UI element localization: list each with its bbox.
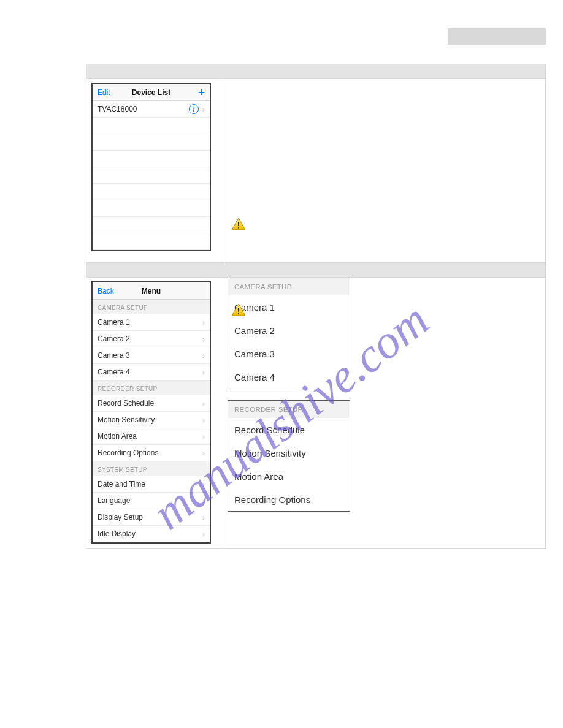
menu-item-label: Motion Sensitivity: [98, 415, 155, 424]
menu-excerpt-panel: CAMERA SETUPCamera 1Camera 2Camera 3Came…: [228, 278, 350, 389]
menu-item-label: Camera 1: [98, 318, 130, 327]
device-list-blank-row: [93, 200, 210, 217]
panel-item: Camera 2: [228, 319, 350, 342]
menu-item[interactable]: Motion Sensitivity›: [93, 412, 210, 428]
chevron-right-icon: ›: [202, 432, 205, 441]
panel-header: RECORDER SETUP: [228, 401, 350, 418]
panel-header: CAMERA SETUP: [228, 278, 350, 295]
menu-item-label: Date and Time: [98, 480, 145, 488]
menu-item-label: Camera 4: [98, 368, 130, 376]
menu-navbar: Back Menu: [93, 282, 210, 300]
svg-rect-0: [238, 222, 239, 226]
menu-item-label: Camera 3: [98, 351, 130, 360]
menu-item-label: Idle Display: [98, 529, 136, 538]
menu-item[interactable]: Camera 1›: [93, 314, 210, 331]
chevron-right-icon: ›: [202, 399, 205, 408]
section1-right-cell: [221, 79, 545, 263]
section-header: RECORDER SETUP: [93, 381, 210, 395]
chevron-right-icon: ›: [202, 496, 205, 506]
ios-device-list-screen: Edit Device List + TVAC18000i›: [91, 83, 211, 251]
panel-item: Camera 3: [228, 342, 350, 365]
section-band: [86, 263, 546, 278]
add-device-button[interactable]: +: [180, 87, 205, 98]
device-list-blank-row: [93, 151, 210, 167]
chevron-right-icon: ›: [202, 480, 205, 489]
device-list-title: Device List: [122, 88, 180, 97]
section-header: CAMERA SETUP: [93, 300, 210, 314]
svg-rect-3: [238, 313, 239, 314]
menu-item[interactable]: Idle Display›: [93, 526, 210, 542]
section2-right-cell: CAMERA SETUPCamera 1Camera 2Camera 3Came…: [221, 278, 545, 549]
ios-menu-screen: Back Menu CAMERA SETUPCamera 1›Camera 2›…: [91, 281, 211, 544]
menu-item-label: Display Setup: [98, 513, 143, 521]
chevron-right-icon: ›: [202, 415, 205, 425]
page-header-gray-bar: [448, 28, 546, 45]
chevron-right-icon: ›: [202, 105, 205, 114]
back-button[interactable]: Back: [98, 287, 122, 295]
menu-excerpt-panel: RECORDER SETUPRecord ScheduleMotion Sens…: [228, 400, 350, 512]
device-list-blank-row: [93, 184, 210, 200]
menu-item[interactable]: Record Schedule›: [93, 395, 210, 412]
warning-icon: [231, 303, 246, 319]
panel-item: Motion Sensitivity: [228, 441, 350, 464]
section-header: SYSTEM SETUP: [93, 461, 210, 476]
menu-item[interactable]: Camera 2›: [93, 331, 210, 347]
menu-item-label: Recording Options: [98, 449, 158, 457]
menu-item[interactable]: Display Setup›: [93, 509, 210, 526]
menu-item-label: Record Schedule: [98, 399, 154, 408]
menu-item[interactable]: Motion Area›: [93, 428, 210, 445]
device-list-blank-row: [93, 134, 210, 151]
device-list-row[interactable]: TVAC18000i›: [93, 101, 210, 118]
panel-item: Record Schedule: [228, 418, 350, 441]
device-list-blank-row: [93, 118, 210, 134]
chevron-right-icon: ›: [202, 368, 205, 377]
menu-item[interactable]: Recording Options›: [93, 445, 210, 461]
svg-rect-2: [238, 308, 239, 312]
menu-item[interactable]: Date and Time›: [93, 476, 210, 493]
warning-icon: [231, 218, 246, 233]
menu-item-label: Camera 2: [98, 335, 130, 343]
chevron-right-icon: ›: [202, 318, 205, 327]
chevron-right-icon: ›: [202, 529, 205, 539]
menu-title: Menu: [122, 287, 180, 295]
menu-item[interactable]: Camera 4›: [93, 364, 210, 381]
menu-item[interactable]: Language›: [93, 493, 210, 509]
menu-item[interactable]: Camera 3›: [93, 347, 210, 364]
panel-item: Motion Area: [228, 464, 350, 488]
edit-button[interactable]: Edit: [98, 88, 122, 97]
info-icon[interactable]: i: [189, 104, 199, 114]
section2-left-cell: Back Menu CAMERA SETUPCamera 1›Camera 2›…: [86, 278, 221, 549]
chevron-right-icon: ›: [202, 513, 205, 522]
panel-item: Camera 4: [228, 365, 350, 389]
svg-rect-1: [238, 227, 239, 229]
chevron-right-icon: ›: [202, 335, 205, 344]
section-band: [86, 64, 546, 79]
chevron-right-icon: ›: [202, 449, 205, 458]
device-row-label: TVAC18000: [98, 105, 137, 113]
device-list-blank-row: [93, 167, 210, 184]
device-list-navbar: Edit Device List +: [93, 84, 210, 101]
device-list-blank-row: [93, 233, 210, 250]
section1-left-cell: Edit Device List + TVAC18000i›: [86, 79, 221, 263]
chevron-right-icon: ›: [202, 351, 205, 360]
document-layout-table: Edit Device List + TVAC18000i›: [86, 64, 546, 549]
menu-item-label: Language: [98, 496, 130, 505]
device-list-blank-row: [93, 217, 210, 233]
panel-item: Camera 1: [228, 295, 350, 319]
menu-item-label: Motion Area: [98, 432, 137, 441]
panel-item: Recording Options: [228, 488, 350, 511]
